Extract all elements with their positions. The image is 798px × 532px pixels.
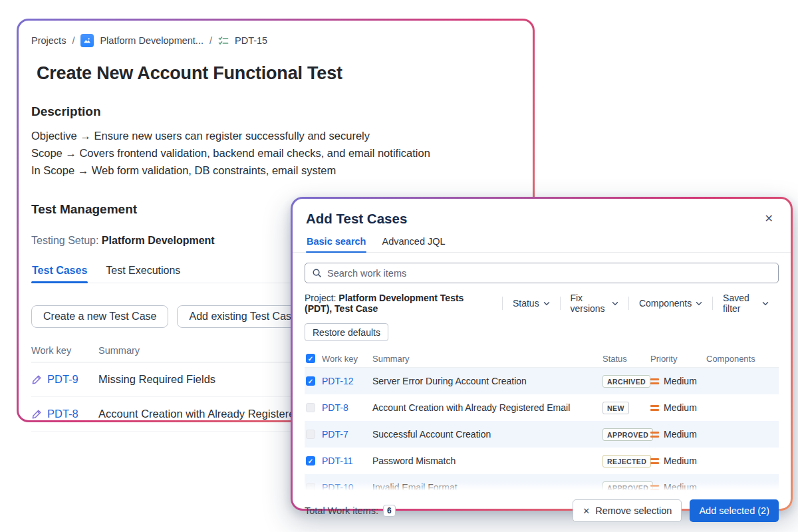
search-icon [312, 268, 322, 278]
priority-medium-icon [650, 405, 659, 411]
modal-footer: Total Work items: 6 ✕ Remove selection A… [305, 492, 779, 522]
total-label: Total Work items: [305, 505, 378, 516]
select-all-checkbox[interactable] [306, 354, 315, 363]
column-header-work-key: Work key [31, 345, 98, 356]
description-line: Scope → Covers frontend validation, back… [31, 145, 521, 162]
project-avatar-icon [80, 34, 94, 47]
filter-saved-filter-dropdown[interactable]: Saved filter [713, 293, 779, 314]
work-key-link[interactable]: PDT-8 [47, 408, 78, 420]
table-row[interactable]: PDT-8 Account Creation with Already Regi… [305, 394, 779, 421]
row-checkbox[interactable] [306, 430, 315, 439]
tab-test-cases[interactable]: Test Cases [31, 265, 88, 283]
search-box[interactable] [305, 263, 779, 283]
row-summary: Successful Account Creation [372, 429, 602, 440]
tab-test-executions[interactable]: Test Executions [105, 265, 181, 283]
breadcrumb-projects[interactable]: Projects [31, 35, 66, 46]
modal-tabs: Basic search Advanced JQL [293, 236, 791, 253]
filter-label: Status [513, 298, 539, 309]
table-row[interactable]: PDT-12 Server Error During Account Creat… [305, 368, 779, 394]
row-summary: Server Error During Account Creation [372, 376, 602, 386]
description-heading: Description [31, 104, 521, 119]
filter-label: Components [639, 298, 692, 309]
test-case-type-icon [218, 35, 229, 46]
column-header-summary: Summary [372, 354, 602, 364]
priority-label: Medium [664, 402, 697, 413]
breadcrumb: Projects / Platform Development... / PDT… [31, 34, 521, 47]
chevron-down-icon [612, 301, 618, 306]
remove-selection-button[interactable]: ✕ Remove selection [573, 499, 682, 522]
priority-label: Medium [664, 376, 697, 386]
total-work-items: Total Work items: 6 [305, 505, 396, 517]
close-icon: ✕ [583, 506, 590, 516]
tab-basic-search[interactable]: Basic search [306, 236, 366, 252]
status-badge: APPROVED [602, 481, 653, 493]
work-key-link[interactable]: PDT-12 [322, 376, 353, 386]
breadcrumb-separator: / [209, 35, 212, 46]
priority-medium-icon [650, 432, 659, 438]
table-row[interactable]: PDT-10 Invalid Email Format APPROVED Med… [305, 474, 779, 492]
chevron-down-icon [543, 301, 550, 306]
add-existing-test-case-button[interactable]: Add existing Test Case [177, 305, 309, 328]
priority-label: Medium [664, 429, 697, 440]
results-table-header: Work key Summary Status Priority Compone… [305, 350, 779, 368]
filter-components-dropdown[interactable]: Components [629, 298, 712, 309]
filter-label: Fix versions [570, 293, 608, 314]
testing-setup-value: Platform Development [102, 235, 215, 246]
create-test-case-button[interactable]: Create a new Test Case [31, 305, 168, 328]
breadcrumb-separator: / [72, 35, 74, 46]
row-checkbox[interactable] [306, 483, 315, 492]
filter-label: Saved filter [723, 293, 758, 314]
column-header-components: Components [706, 354, 779, 364]
results-table-body: PDT-12 Server Error During Account Creat… [305, 368, 779, 492]
column-header-status: Status [602, 354, 650, 364]
priority-medium-icon [650, 378, 659, 384]
table-row[interactable]: PDT-7 Successful Account Creation APPROV… [305, 421, 779, 448]
filter-fix-versions-dropdown[interactable]: Fix versions [560, 293, 628, 314]
close-icon[interactable]: ✕ [761, 211, 777, 227]
row-checkbox[interactable] [306, 456, 315, 466]
filter-status-dropdown[interactable]: Status [503, 298, 560, 309]
restore-defaults-button[interactable]: Restore defaults [305, 323, 388, 341]
testing-setup-label: Testing Setup: [31, 235, 98, 246]
row-summary: Invalid Email Format [372, 482, 602, 492]
table-row[interactable]: PDT-11 Password Mismatch REJECTED Medium [305, 448, 779, 474]
row-checkbox[interactable] [306, 376, 315, 386]
row-summary: Password Mismatch [372, 456, 602, 466]
breadcrumb-issue-key[interactable]: PDT-15 [235, 35, 267, 46]
chevron-down-icon [762, 301, 769, 306]
total-count-badge: 6 [383, 505, 396, 517]
work-key-link[interactable]: PDT-8 [322, 402, 348, 413]
search-input[interactable] [327, 268, 771, 279]
priority-medium-icon [650, 485, 659, 491]
filter-project[interactable]: Project: Platform Development Tests (PDT… [305, 293, 502, 314]
status-badge: REJECTED [602, 455, 651, 467]
filter-bar: Project: Platform Development Tests (PDT… [305, 293, 779, 314]
page-title: Create New Account Functional Test [37, 63, 521, 84]
priority-label: Medium [664, 456, 697, 466]
pencil-icon [31, 374, 42, 385]
row-summary: Account Creation with Already Registered… [372, 402, 602, 413]
breadcrumb-project[interactable]: Platform Development... [100, 35, 203, 46]
priority-label: Medium [664, 482, 697, 492]
column-header-work-key: Work key [322, 354, 372, 364]
remove-selection-label: Remove selection [595, 505, 672, 516]
work-key-link[interactable]: PDT-11 [322, 456, 352, 466]
add-selected-button[interactable]: Add selected (2) [690, 499, 779, 522]
description-body: Objective → Ensure new users can registe… [31, 128, 521, 179]
description-line: In Scope → Web form validation, DB const… [31, 162, 521, 180]
add-test-cases-modal: Add Test Cases ✕ Basic search Advanced J… [291, 197, 793, 511]
status-badge: APPROVED [602, 428, 653, 441]
status-badge: ARCHIVED [602, 375, 650, 388]
work-key-link[interactable]: PDT-7 [322, 429, 348, 440]
description-line: Objective → Ensure new users can registe… [31, 128, 521, 145]
chevron-down-icon [696, 301, 702, 306]
work-key-link[interactable]: PDT-10 [322, 482, 353, 492]
status-badge: NEW [602, 402, 629, 414]
modal-title: Add Test Cases [306, 211, 407, 227]
tab-advanced-jql[interactable]: Advanced JQL [381, 236, 446, 252]
row-checkbox[interactable] [306, 403, 315, 412]
work-key-link[interactable]: PDT-9 [47, 373, 78, 386]
column-header-priority: Priority [650, 354, 706, 364]
filter-project-label: Project: [305, 293, 336, 303]
pencil-icon [31, 409, 42, 420]
